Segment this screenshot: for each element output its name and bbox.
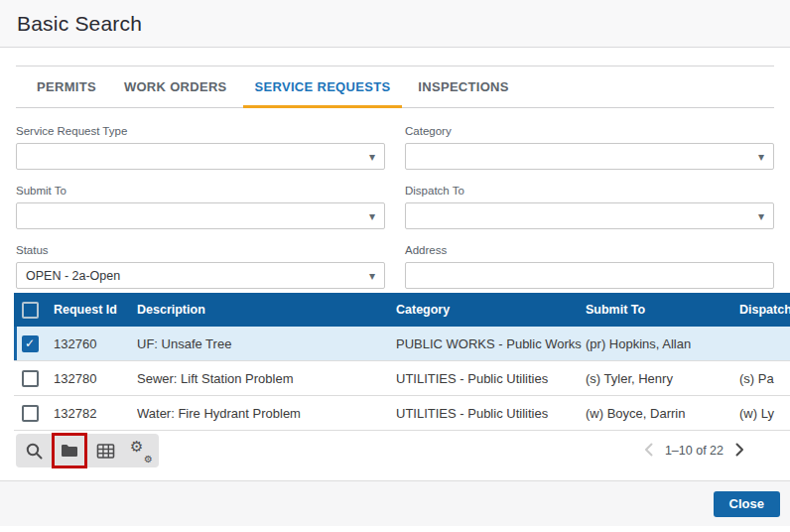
submit-to-select[interactable]: ▾ xyxy=(16,202,385,229)
field-label: Service Request Type xyxy=(16,125,385,137)
field-category: Category ▾ xyxy=(405,125,774,170)
cell-category: PUBLIC WORKS - Public Works xyxy=(396,336,586,351)
cell-dispatch-to: (w) Ly xyxy=(739,406,790,421)
next-page-button[interactable] xyxy=(735,443,744,460)
tab-permits[interactable]: PERMITS xyxy=(25,66,108,107)
page-title: Basic Search xyxy=(17,12,142,36)
tab-bar: PERMITS WORK ORDERS SERVICE REQUESTS INS… xyxy=(16,66,774,108)
settings-button[interactable]: ⚙ ⚙ xyxy=(123,434,159,467)
table-row[interactable]: 132780 Sewer: Lift Station Problem UTILI… xyxy=(14,361,790,396)
close-button[interactable]: Close xyxy=(714,491,780,517)
chevron-down-icon: ▾ xyxy=(369,151,375,163)
dialog-footer: Close xyxy=(0,480,790,526)
table-row[interactable]: 132782 Water: Fire Hydrant Problem UTILI… xyxy=(14,396,790,431)
cell-submit-to: (w) Boyce, Darrin xyxy=(586,406,739,421)
search-button[interactable] xyxy=(16,434,52,467)
cell-description: Sewer: Lift Station Problem xyxy=(137,371,396,386)
chevron-left-icon xyxy=(644,443,653,460)
pagination: 1–10 of 22 xyxy=(644,443,744,460)
dialog-titlebar: Basic Search xyxy=(0,0,790,48)
chevron-down-icon: ▾ xyxy=(758,210,764,222)
cell-submit-to: (pr) Hopkins, Allan xyxy=(586,336,739,351)
tab-label: PERMITS xyxy=(37,79,96,94)
field-label: Submit To xyxy=(16,185,385,197)
tab-inspections[interactable]: INSPECTIONS xyxy=(406,66,520,107)
chevron-right-icon xyxy=(735,443,744,460)
tab-service-requests[interactable]: SERVICE REQUESTS xyxy=(243,66,403,107)
settings-icon: ⚙ ⚙ xyxy=(130,440,152,462)
field-label: Dispatch To xyxy=(405,185,774,197)
cell-category: UTILITIES - Public Utilities xyxy=(396,406,586,421)
field-address: Address xyxy=(405,244,774,289)
action-bar: ⚙ ⚙ 1–10 of 22 xyxy=(16,434,774,467)
row-checkbox[interactable]: ✓ xyxy=(22,335,39,352)
field-label: Status xyxy=(16,244,385,256)
cell-request-id: 132780 xyxy=(54,371,137,386)
previous-page-button[interactable] xyxy=(644,443,653,460)
cell-submit-to: (s) Tyler, Henry xyxy=(586,371,739,386)
search-form: Service Request Type ▾ Category ▾ Submit… xyxy=(16,125,774,289)
dispatch-to-select[interactable]: ▾ xyxy=(405,202,774,229)
column-header-category[interactable]: Category xyxy=(396,303,586,317)
chevron-down-icon: ▾ xyxy=(369,210,375,222)
search-icon xyxy=(25,442,44,461)
cell-request-id: 132760 xyxy=(54,336,137,351)
category-select[interactable]: ▾ xyxy=(405,143,774,170)
table-header-row: Request Id Description Category Submit T… xyxy=(14,293,790,327)
column-header-request-id[interactable]: Request Id xyxy=(54,303,137,317)
chevron-down-icon: ▾ xyxy=(369,270,375,282)
column-header-description[interactable]: Description xyxy=(137,303,396,317)
row-checkbox[interactable] xyxy=(22,370,39,387)
folder-button[interactable] xyxy=(52,434,87,467)
field-dispatch-to: Dispatch To ▾ xyxy=(405,185,774,229)
status-select[interactable]: OPEN - 2a-Open ▾ xyxy=(16,262,385,289)
pagination-label: 1–10 of 22 xyxy=(665,444,724,458)
row-checkbox[interactable] xyxy=(22,405,39,422)
tab-work-orders[interactable]: WORK ORDERS xyxy=(112,66,239,107)
address-input[interactable] xyxy=(405,262,774,289)
folder-icon xyxy=(61,443,78,459)
chevron-down-icon: ▾ xyxy=(758,151,764,163)
columns-button[interactable] xyxy=(87,434,123,467)
field-service-request-type: Service Request Type ▾ xyxy=(16,125,385,170)
select-all-checkbox[interactable] xyxy=(22,302,39,319)
table-icon xyxy=(96,443,115,460)
field-label: Category xyxy=(405,125,774,137)
cell-request-id: 132782 xyxy=(54,406,137,421)
field-status: Status OPEN - 2a-Open ▾ xyxy=(16,244,385,289)
results-table: Request Id Description Category Submit T… xyxy=(14,293,790,431)
table-row[interactable]: ✓ 132760 UF: Unsafe Tree PUBLIC WORKS - … xyxy=(14,327,790,361)
tab-label: WORK ORDERS xyxy=(124,79,227,94)
table-toolbar: ⚙ ⚙ xyxy=(16,434,159,467)
cell-description: UF: Unsafe Tree xyxy=(137,336,396,351)
cell-description: Water: Fire Hydrant Problem xyxy=(137,406,396,421)
field-submit-to: Submit To ▾ xyxy=(16,185,385,229)
field-label: Address xyxy=(405,244,774,256)
column-header-dispatch-to[interactable]: Dispatch To xyxy=(739,303,790,317)
select-value: OPEN - 2a-Open xyxy=(26,269,363,283)
column-header-submit-to[interactable]: Submit To xyxy=(586,303,739,317)
cell-category: UTILITIES - Public Utilities xyxy=(396,371,586,386)
cell-dispatch-to: (s) Pa xyxy=(739,371,790,386)
service-request-type-select[interactable]: ▾ xyxy=(16,143,385,170)
tab-label: SERVICE REQUESTS xyxy=(255,79,391,94)
tab-label: INSPECTIONS xyxy=(418,79,508,94)
